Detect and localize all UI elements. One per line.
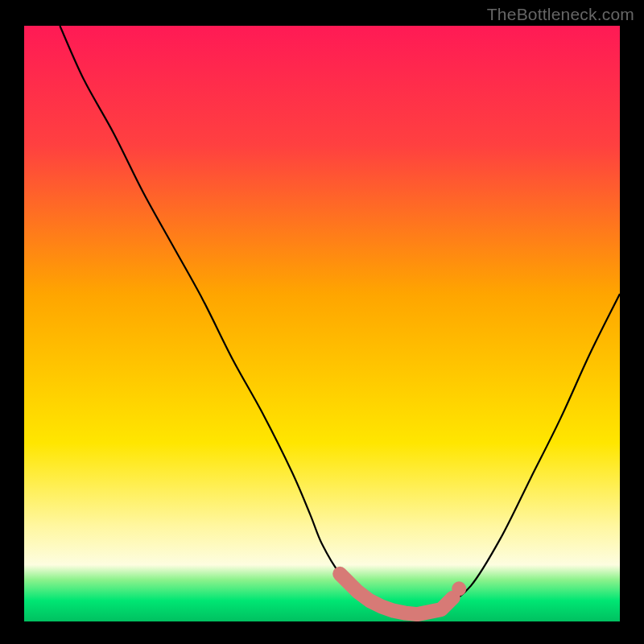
optimal-range-end-dot — [452, 581, 466, 596]
chart-frame: TheBottleneck.com — [0, 0, 644, 644]
plot-background — [24, 26, 620, 621]
bottleneck-chart — [0, 0, 644, 644]
